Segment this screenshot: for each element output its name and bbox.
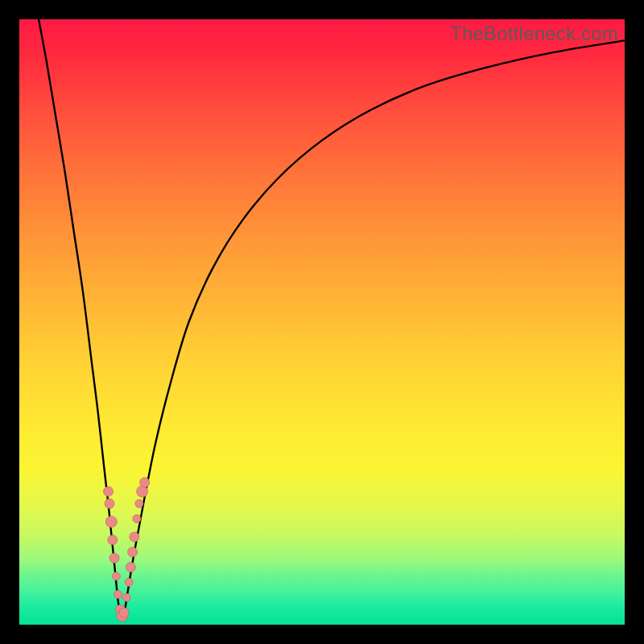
data-marker: [105, 516, 117, 527]
marker-group: [104, 477, 150, 621]
curve-svg: [19, 19, 625, 625]
data-marker: [128, 547, 138, 557]
data-marker: [119, 608, 129, 617]
data-marker: [125, 578, 133, 586]
data-marker: [137, 486, 148, 497]
data-marker: [104, 487, 114, 497]
data-marker: [133, 514, 141, 522]
data-marker: [114, 590, 122, 598]
data-marker: [122, 593, 130, 601]
data-marker: [135, 500, 143, 508]
plot-area: TheBottleneck.com: [19, 19, 625, 625]
chart-frame: TheBottleneck.com: [0, 0, 644, 644]
data-marker: [126, 563, 135, 572]
data-marker: [109, 553, 119, 563]
data-marker: [112, 572, 120, 580]
data-marker: [140, 477, 150, 487]
curve-right-branch: [124, 40, 625, 615]
data-marker: [108, 535, 118, 545]
data-marker: [130, 532, 139, 542]
data-marker: [105, 499, 114, 509]
